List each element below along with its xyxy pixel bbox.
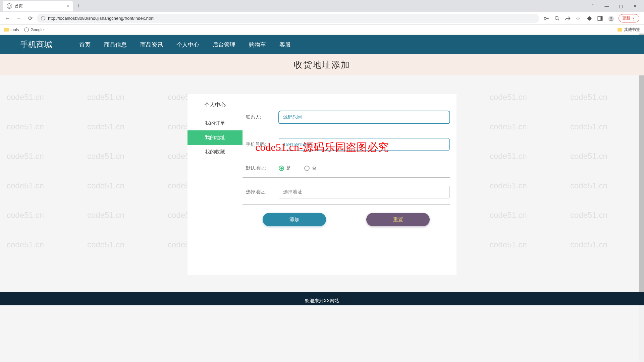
select-addr-label: 选择地址: [243, 189, 279, 195]
contact-label: 联系人: [243, 114, 279, 120]
page-title: 收货地址添加 [0, 54, 644, 75]
bookmark-other[interactable]: 其他书签 [618, 27, 640, 33]
bookmark-tools[interactable]: tools [4, 27, 19, 32]
close-icon[interactable]: × [66, 3, 69, 9]
tabs-dropdown-icon[interactable]: ˅ [588, 2, 597, 10]
svg-point-0 [544, 17, 546, 19]
forward-icon[interactable]: → [14, 14, 23, 23]
reset-button[interactable]: 重置 [366, 213, 430, 226]
sidebar: 个人中心 我的订单 我的地址 我的收藏 [187, 94, 243, 275]
bookmark-bar: tools Google 其他书签 [0, 25, 644, 35]
phone-input[interactable] [279, 138, 450, 151]
default-addr-label: 默认地址: [243, 165, 279, 171]
default-addr-radio-group: 是 否 [279, 165, 316, 171]
globe-icon: ◯ [7, 3, 12, 9]
nav-news[interactable]: 商品资讯 [140, 41, 163, 49]
sidebar-title: 个人中心 [187, 102, 243, 116]
window-close-icon[interactable]: ✕ [631, 2, 639, 10]
add-button[interactable]: 添加 [263, 213, 326, 226]
back-icon[interactable]: ← [3, 14, 12, 23]
share-icon[interactable] [565, 15, 571, 21]
window-controls: ˅ — ▢ ✕ [588, 2, 644, 10]
contact-input[interactable] [279, 111, 450, 124]
browser-tab[interactable]: ◯ 首页 × [3, 1, 73, 11]
nav-profile[interactable]: 个人中心 [176, 41, 199, 49]
phone-label: 手机号码: [243, 141, 279, 147]
radio-checked-icon [279, 166, 284, 171]
star-icon[interactable]: ☆ [576, 15, 582, 21]
radio-yes[interactable]: 是 [279, 165, 291, 171]
nav-products[interactable]: 商品信息 [104, 41, 127, 49]
nav-cart[interactable]: 购物车 [249, 41, 266, 49]
key-icon[interactable] [543, 15, 549, 21]
sidepanel-icon[interactable] [597, 15, 603, 21]
new-tab-button[interactable]: + [73, 3, 84, 10]
folder-icon [4, 28, 9, 32]
content: 个人中心 我的订单 我的地址 我的收藏 联系人: 手机号码: 默认地址: 是 否… [187, 94, 457, 275]
sidebar-item-address[interactable]: 我的地址 [187, 130, 243, 145]
svg-point-1 [555, 16, 558, 19]
url-input[interactable]: ⓘ http://localhost:8080/shoujishangcheng… [37, 14, 539, 23]
tab-title: 首页 [15, 3, 23, 9]
url-text: http://localhost:8080/shoujishangcheng/f… [48, 16, 154, 21]
minimize-icon[interactable]: — [602, 2, 611, 10]
update-button[interactable]: 更新⋮ [619, 14, 639, 22]
info-icon[interactable]: ⓘ [41, 15, 45, 21]
form: 联系人: 手机号码: 默认地址: 是 否 选择地址: 选择地址 添加 重置 [243, 94, 457, 275]
zoom-icon[interactable] [554, 15, 560, 21]
globe-icon [24, 27, 29, 32]
select-addr-dropdown[interactable]: 选择地址 [279, 186, 450, 198]
radio-no[interactable]: 否 [304, 165, 316, 171]
sidebar-item-orders[interactable]: 我的订单 [187, 116, 243, 130]
nav-service[interactable]: 客服 [279, 41, 291, 49]
svg-point-5 [610, 17, 612, 19]
profile-icon[interactable] [608, 15, 614, 21]
address-bar: ← → ⟳ ⓘ http://localhost:8080/shoujishan… [0, 12, 644, 25]
browser-chrome: ◯ 首页 × + ˅ — ▢ ✕ ← → ⟳ ⓘ http://localhos… [0, 0, 644, 35]
bookmark-google[interactable]: Google [24, 27, 44, 32]
radio-unchecked-icon [304, 166, 310, 171]
tab-bar: ◯ 首页 × + ˅ — ▢ ✕ [0, 0, 644, 12]
extensions-icon[interactable] [586, 15, 592, 21]
maximize-icon[interactable]: ▢ [616, 2, 625, 10]
nav-home[interactable]: 首页 [79, 41, 91, 49]
footer: 欢迎来到XX网站 [0, 292, 644, 305]
site-logo[interactable]: 手机商城 [20, 39, 52, 50]
nav-admin[interactable]: 后台管理 [213, 41, 235, 49]
folder-icon [618, 28, 622, 32]
reload-icon[interactable]: ⟳ [25, 14, 35, 23]
svg-rect-3 [601, 16, 602, 20]
site-nav: 手机商城 首页 商品信息 商品资讯 个人中心 后台管理 购物车 客服 [0, 35, 644, 54]
sidebar-item-favorites[interactable]: 我的收藏 [187, 145, 243, 159]
